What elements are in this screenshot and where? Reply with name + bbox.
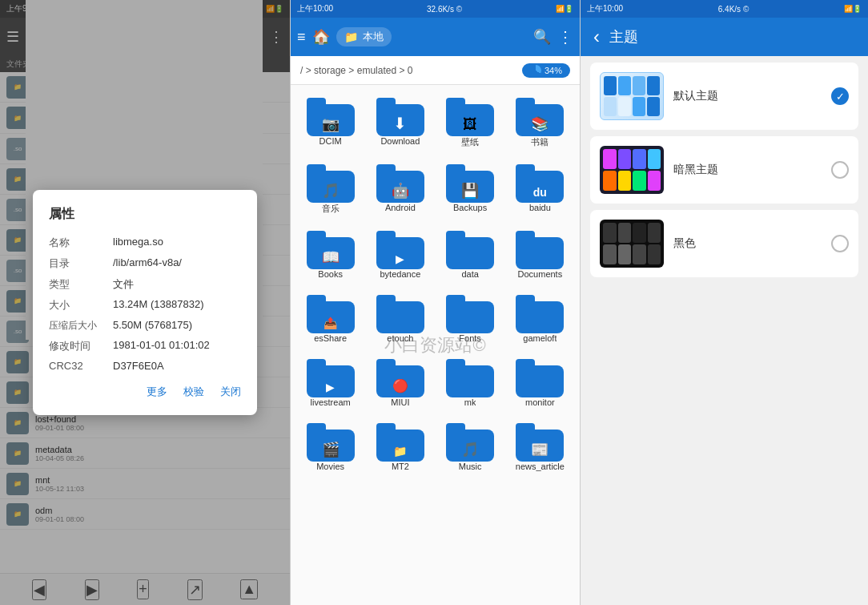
storage-badge: 34% (522, 63, 570, 78)
folder-DCIM[interactable]: 📷 DCIM (297, 91, 364, 155)
folder-label-baidu: baidu (529, 203, 551, 212)
folders-grid: 小白资源站© 📷 DCIM ⬇ Download 🖼 (291, 85, 580, 605)
folder-label-MIUI: MIUI (391, 397, 409, 407)
folder-shape-Fonts (446, 295, 494, 333)
theme-item-default[interactable]: 默认主题 (590, 63, 858, 130)
dialog-value-type: 文件 (113, 277, 134, 292)
dialog-value-compressed: 5.50M (5768175) (113, 319, 192, 333)
folder-mk[interactable]: mk (437, 353, 504, 413)
theme-name-dark: 暗黑主题 (673, 163, 822, 177)
dialog-value-mtime: 1981-01-01 01:01:02 (113, 339, 210, 353)
dialog-value-size: 13.24M (13887832) (113, 298, 203, 313)
theme-list: 默认主题 暗黑主题 (581, 56, 868, 605)
page-title-theme: 主题 (609, 27, 638, 46)
folder-Download[interactable]: ⬇ Download (367, 91, 433, 155)
folder-MT2[interactable]: 📁 MT2 (367, 417, 433, 478)
folder-label-Backups: Backups (453, 203, 487, 212)
back-btn-3[interactable]: ‹ (593, 26, 600, 48)
radio-black[interactable] (831, 235, 849, 252)
folder-bytedance[interactable]: ▶ bytedance (367, 224, 433, 285)
folder-books-cn[interactable]: 📚 书籍 (507, 91, 573, 155)
folder-Backups[interactable]: 💾 Backups (437, 158, 504, 221)
radio-dark[interactable] (831, 161, 849, 179)
dialog-value-dir: /lib/arm64-v8a/ (113, 256, 182, 271)
folder-shape-Books: 📖 (307, 231, 355, 269)
dialog-row-name: 名称 libmega.so (49, 236, 241, 250)
status-time-2: 上午10:00 (297, 3, 333, 14)
location-badge[interactable]: 📁 本地 (336, 27, 392, 46)
status-speed-2: 32.6K/s © (427, 5, 462, 14)
status-time-3: 上午10:00 (587, 3, 623, 14)
folder-data[interactable]: data (437, 224, 504, 285)
folder-label-music-cn: 音乐 (322, 203, 340, 215)
folder-livestream[interactable]: ▶ livestream (297, 353, 364, 413)
status-icons-2: 📶🔋 (556, 5, 573, 13)
search-btn[interactable]: 🔍 (533, 28, 551, 46)
folder-label-Documents: Documents (518, 269, 563, 279)
dialog-row-type: 类型 文件 (49, 277, 241, 292)
folder-Documents[interactable]: Documents (507, 224, 573, 285)
folder-shape-news-article: 📰 (516, 423, 564, 462)
top-bar-2: ≡ 🏠 📁 本地 🔍 ⋮ (291, 18, 580, 56)
dialog-title: 属性 (49, 206, 241, 223)
more-btn-2[interactable]: ⋮ (557, 27, 573, 46)
dialog-label-compressed: 压缩后大小 (49, 319, 113, 333)
dialog-actions: 更多 校验 关闭 (49, 385, 241, 399)
folder-label-Download: Download (380, 136, 420, 146)
folder-label-etouch: etouch (387, 333, 413, 343)
folder-shape-baidu: du (516, 164, 564, 203)
theme-preview-black (600, 220, 664, 268)
folder-music-cn[interactable]: 🎵 音乐 (297, 158, 364, 221)
folder-label-Android: Android (385, 203, 416, 212)
dialog-more-btn[interactable]: 更多 (147, 385, 167, 399)
home-btn[interactable]: 🏠 (312, 28, 330, 46)
folder-icon-badge: 📁 (344, 30, 358, 43)
folder-shape-music-cn: 🎵 (307, 164, 355, 203)
dialog-row-mtime: 修改时间 1981-01-01 01:01:02 (49, 339, 241, 353)
folder-shape-MT2: 📁 (376, 423, 424, 462)
folder-Music[interactable]: 🎵 Music (437, 417, 504, 478)
dialog-label-dir: 目录 (49, 256, 113, 271)
folder-monitor[interactable]: monitor (507, 353, 573, 413)
folder-Movies[interactable]: 🎬 Movies (297, 417, 364, 478)
folder-Android[interactable]: 🤖 Android (367, 158, 433, 221)
theme-item-dark[interactable]: 暗黑主题 (590, 136, 858, 204)
folder-Books[interactable]: 📖 Books (297, 224, 364, 285)
dialog-label-type: 类型 (49, 277, 113, 292)
folder-wallpaper[interactable]: 🖼 壁纸 (437, 91, 504, 155)
dialog-value-crc32: D37F6E0A (113, 360, 164, 372)
folder-label-news-article: news_article (516, 462, 565, 471)
menu-btn-2[interactable]: ≡ (297, 29, 306, 46)
folder-label-bytedance: bytedance (380, 269, 420, 279)
folder-MIUI[interactable]: 🔴 MIUI (367, 353, 433, 413)
folder-label-mk: mk (464, 397, 476, 407)
folder-shape-gameloft (516, 295, 564, 333)
theme-name-default: 默认主题 (673, 89, 822, 103)
dialog-row-dir: 目录 /lib/arm64-v8a/ (49, 256, 241, 271)
folder-label-DCIM: DCIM (319, 136, 342, 146)
dialog-label-crc32: CRC32 (49, 360, 113, 372)
dialog-label-size: 大小 (49, 298, 113, 313)
folder-shape-Documents (516, 231, 564, 269)
theme-preview-default (600, 72, 664, 120)
panel-file-browser: 上午10:00 32.6K/s © 📶🔋 ≡ 🏠 📁 本地 🔍 ⋮ / > st… (290, 0, 580, 605)
folder-label-Music: Music (459, 462, 482, 471)
folder-gameloft[interactable]: gameloft (507, 288, 573, 349)
folder-etouch[interactable]: etouch (367, 288, 433, 349)
status-bar-3: 上午10:00 6.4K/s © 📶🔋 (581, 0, 868, 18)
folder-Fonts[interactable]: Fonts (437, 288, 504, 349)
folder-baidu[interactable]: du baidu (507, 158, 573, 221)
folder-shape-mk (446, 359, 494, 397)
folder-shape-Music: 🎵 (446, 423, 494, 462)
folder-label-wallpaper: 壁纸 (461, 136, 479, 148)
storage-circle-chart (530, 65, 541, 76)
folder-label-MT2: MT2 (392, 462, 409, 471)
folder-news-article[interactable]: 📰 news_article (507, 417, 573, 478)
theme-item-black[interactable]: 黑色 (590, 210, 858, 277)
radio-default[interactable] (831, 87, 849, 105)
dialog-close-btn[interactable]: 关闭 (220, 385, 241, 399)
dialog-row-size: 大小 13.24M (13887832) (49, 298, 241, 313)
folder-shape-Backups: 💾 (446, 164, 494, 203)
dialog-verify-btn[interactable]: 校验 (183, 385, 204, 399)
folder-esShare[interactable]: 📤 esShare (297, 288, 364, 349)
